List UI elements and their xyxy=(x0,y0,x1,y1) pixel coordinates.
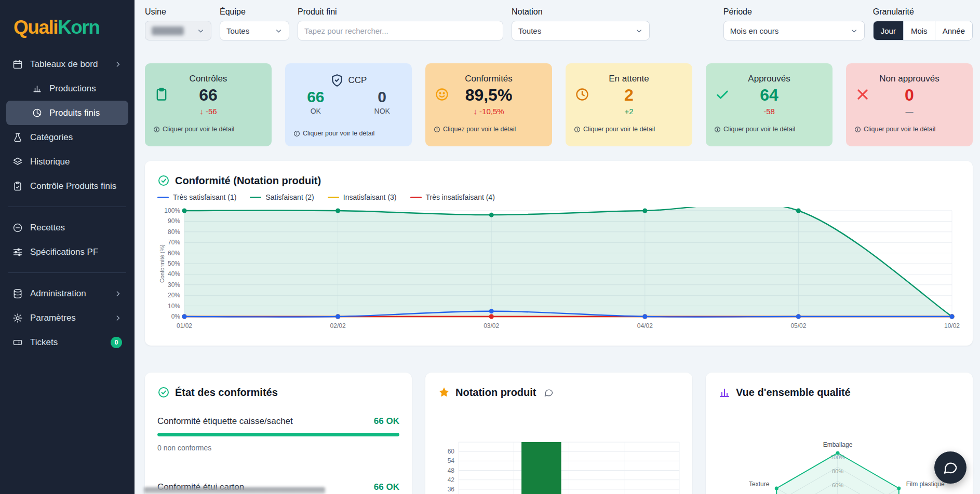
equipe-select[interactable]: Toutes xyxy=(220,21,289,40)
granularity-option-mois[interactable]: Mois xyxy=(903,21,935,40)
svg-text:Texture: Texture xyxy=(749,481,770,488)
sidebar-item-parametres[interactable]: Paramètres xyxy=(6,306,128,330)
filter-label: Équipe xyxy=(220,7,289,17)
legend-item-tres-satisfaisant[interactable]: Très satisfaisant (1) xyxy=(157,193,236,201)
sidebar-item-tickets[interactable]: Tickets 0 xyxy=(6,330,128,354)
chevron-right-icon xyxy=(114,60,122,68)
filter-label: Granularité xyxy=(873,7,973,17)
sliders-icon xyxy=(12,247,23,257)
kpi-card-approuves[interactable]: Approuvés 64 -58 Cliquer pour voir le dé… xyxy=(706,63,833,146)
database-icon xyxy=(12,289,23,299)
periode-select-value: Mois en cours xyxy=(730,26,778,35)
sidebar-item-recettes[interactable]: Recettes xyxy=(6,215,128,240)
sidebar-item-label: Tableaux de bord xyxy=(30,59,98,70)
granularity-option-annee[interactable]: Année xyxy=(935,21,972,40)
filter-label: Produit fini xyxy=(298,7,503,17)
logo-part1: Quali xyxy=(14,17,58,38)
card-title-row: Notation produit xyxy=(438,385,680,400)
svg-text:03/02: 03/02 xyxy=(484,322,499,330)
periode-select[interactable]: Mois en cours xyxy=(723,21,865,40)
info-icon xyxy=(434,126,440,133)
sidebar-item-categories[interactable]: Catégories xyxy=(6,125,128,149)
sidebar-item-label: Historique xyxy=(30,157,70,167)
sidebar-item-productions[interactable]: Productions xyxy=(6,76,128,101)
legend-item-satisfaisant[interactable]: Satisfaisant (2) xyxy=(250,193,314,201)
chart-title-row: Conformité (Notation produit) xyxy=(157,173,960,188)
sidebar-item-administration[interactable]: Administration xyxy=(6,281,128,306)
svg-text:60: 60 xyxy=(448,448,455,455)
ccp-nok-value: 0 xyxy=(378,88,386,106)
filter-usine: Usine xyxy=(145,7,211,40)
kpi-footer: Cliquer pour voir le détail xyxy=(153,126,234,133)
sidebar-item-controle-produits-finis[interactable]: Contrôle Produits finis xyxy=(6,174,128,198)
sidebar-item-label: Contrôle Produits finis xyxy=(30,181,116,191)
chevron-down-icon xyxy=(275,27,283,35)
svg-text:10%: 10% xyxy=(168,303,180,310)
card-title: Notation produit xyxy=(455,385,536,400)
kpi-card-en-attente[interactable]: En attente 2 +2 Cliquer pour voir le dét… xyxy=(566,63,692,146)
kpi-title: Non approuvés xyxy=(879,74,939,84)
kpi-delta: ↓ -56 xyxy=(199,107,217,116)
sidebar-item-produits-finis[interactable]: Produits finis xyxy=(6,101,128,125)
svg-text:42: 42 xyxy=(448,476,455,484)
ccp-ok: 66 OK xyxy=(307,88,324,115)
app-logo: QualiKorn xyxy=(0,4,135,52)
svg-text:20%: 20% xyxy=(168,292,180,299)
kpi-title: CCP xyxy=(348,75,367,86)
bar-chart-icon xyxy=(32,84,42,93)
legend-item-insatisfaisant[interactable]: Insatisfaisant (3) xyxy=(328,193,397,201)
svg-text:02/02: 02/02 xyxy=(330,322,346,330)
filter-label: Période xyxy=(723,7,865,17)
sidebar-item-tableaux-de-bord[interactable]: Tableaux de bord xyxy=(6,52,128,76)
sidebar-item-label: Spécifications PF xyxy=(30,247,98,257)
filter-label: Notation xyxy=(512,7,650,17)
conformity-progress-track xyxy=(157,433,399,436)
chat-fab-button[interactable] xyxy=(934,451,966,484)
kpi-delta: +2 xyxy=(624,107,633,116)
legend-item-tres-insatisfaisant[interactable]: Très insatisfaisant (4) xyxy=(410,193,495,201)
chat-bubble-icon xyxy=(943,460,958,475)
kpi-title: En attente xyxy=(609,74,649,84)
ccp-values: 66 OK 0 NOK xyxy=(307,88,390,115)
kpi-card-non-approuves[interactable]: Non approuvés 0 — Cliquer pour voir le d… xyxy=(846,63,973,146)
legend-swatch xyxy=(250,197,261,198)
check-icon xyxy=(715,87,730,102)
svg-text:36: 36 xyxy=(448,486,455,493)
sidebar-item-historique[interactable]: Historique xyxy=(6,149,128,174)
chevron-down-icon xyxy=(850,27,858,35)
conformity-label: Conformité étiquette caisse/sachet xyxy=(157,416,293,427)
check-circle-icon xyxy=(157,174,170,187)
gear-icon xyxy=(12,313,23,323)
svg-text:54: 54 xyxy=(448,457,455,464)
blurred-artifact xyxy=(144,487,325,494)
conformity-item: Conformité étiquette caisse/sachet 66 OK… xyxy=(157,416,399,452)
qualite-radar-chart: 100%80%60%EmballageFilm plastiqueTexture xyxy=(718,430,963,494)
svg-text:90%: 90% xyxy=(168,217,180,225)
kpi-card-ccp[interactable]: CCP 66 OK 0 NOK Cliquer pour voir le dét… xyxy=(285,63,412,146)
sidebar-item-label: Productions xyxy=(49,84,96,94)
produit-search-input[interactable] xyxy=(298,21,503,40)
sidebar-divider xyxy=(8,207,126,207)
chevron-right-icon xyxy=(114,314,122,322)
flask-icon xyxy=(12,132,23,143)
conformity-head: Conformité étiquette caisse/sachet 66 OK xyxy=(157,416,399,427)
usine-select[interactable] xyxy=(145,21,211,40)
notation-select[interactable]: Toutes xyxy=(512,21,650,40)
kpi-footer: Cliquez pour voir le détail xyxy=(434,126,516,133)
clock-icon xyxy=(575,87,589,102)
svg-text:70%: 70% xyxy=(168,239,180,246)
comment-bubble-icon[interactable] xyxy=(544,388,554,397)
chevron-right-icon xyxy=(114,290,122,298)
kpi-card-conformites[interactable]: Conformités 89,5% ↓ -10,5% Cliquez pour … xyxy=(425,63,552,146)
ccp-ok-value: 66 xyxy=(307,88,324,106)
kpi-title: Approuvés xyxy=(748,74,790,84)
main-content: Usine Équipe Toutes Produit fini Notatio… xyxy=(135,0,980,494)
kpi-value: 66 xyxy=(199,87,218,104)
sidebar-item-specifications-pf[interactable]: Spécifications PF xyxy=(6,240,128,264)
card-title-row: Vue d'ensemble qualité xyxy=(718,385,960,400)
kpi-card-controles[interactable]: Contrôles 66 ↓ -56 Cliquer pour voir le … xyxy=(145,63,272,146)
smiley-icon xyxy=(435,87,449,102)
granularity-option-jour[interactable]: Jour xyxy=(874,21,903,40)
chevron-down-icon xyxy=(197,27,205,35)
clipboard-icon xyxy=(154,87,169,102)
